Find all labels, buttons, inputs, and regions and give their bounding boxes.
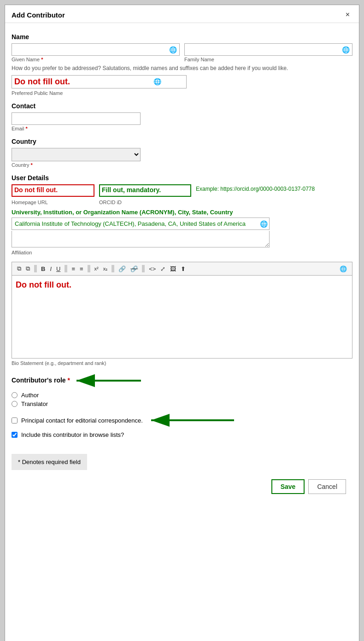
toolbar-upload-icon[interactable]: ⬆ <box>179 265 187 273</box>
homepage-input[interactable] <box>12 184 94 197</box>
toolbar-sep-5 <box>142 265 145 272</box>
orcid-label: ORCID iD <box>99 200 191 205</box>
preferred-name-row: 🌐 Do not fill out. <box>12 75 352 88</box>
toolbar-ol-icon[interactable]: ≡ <box>78 265 85 273</box>
given-name-required-star: * <box>41 57 43 62</box>
preferred-name-label: Preferred Public Name <box>12 90 352 96</box>
bio-do-not-fill: Do not fill out. <box>16 280 71 289</box>
toolbar-copy-icon[interactable]: ⧉ <box>16 265 23 273</box>
user-details-row: Do not fill out. Fill out, mandatory. Ex… <box>12 184 352 197</box>
orcid-field: Fill out, mandatory. <box>99 184 191 197</box>
role-translator-row: Translator <box>12 400 352 407</box>
include-browse-row: Include this contributor in browse lists… <box>12 431 352 438</box>
name-helper-text: How do you prefer to be addressed? Salut… <box>12 65 352 71</box>
given-name-globe-icon: 🌐 <box>169 46 177 53</box>
role-translator-label: Translator <box>21 400 48 407</box>
principal-contact-row: Principal contact for editorial correspo… <box>12 412 352 429</box>
orcid-example-text: Example: https://orcid.org/0000-0003-013… <box>196 184 352 194</box>
affiliation-instruction: University, Institution, or Organization… <box>12 209 352 216</box>
toolbar-sep-3 <box>88 265 90 272</box>
close-button[interactable]: × <box>343 10 352 20</box>
country-label: Country * <box>12 162 352 168</box>
country-select[interactable]: United States Canada United Kingdom Aust… <box>12 148 141 161</box>
toolbar-paste-icon[interactable]: ⧉ <box>24 265 31 273</box>
affiliation-textarea[interactable] <box>12 231 270 247</box>
affiliation-label: Affiliation <box>12 250 352 255</box>
include-browse-label: Include this contributor in browse lists… <box>21 431 124 438</box>
given-name-field: 🌐 Given Name * <box>12 43 180 62</box>
given-name-input[interactable] <box>12 43 180 56</box>
affiliation-input[interactable] <box>12 218 270 230</box>
contact-section: Contact Email * <box>12 102 352 131</box>
toolbar-sep-1 <box>34 265 37 272</box>
modal-title: Add Contributor <box>12 11 65 19</box>
role-required-star: * <box>68 376 70 384</box>
contact-section-label: Contact <box>12 102 352 110</box>
toolbar-subscript-icon[interactable]: x₂ <box>102 265 109 272</box>
modal-header: Add Contributor × <box>5 5 359 23</box>
country-section: Country United States Canada United King… <box>12 138 352 168</box>
toolbar-image-icon[interactable]: 🖼 <box>169 265 177 273</box>
user-details-labels-row: Homepage URL ORCID iD <box>12 199 352 205</box>
required-note: * Denotes required field <box>12 454 87 470</box>
include-browse-checkbox[interactable] <box>12 432 18 438</box>
toolbar-bold-icon[interactable]: B <box>40 265 47 273</box>
toolbar-fullscreen-icon[interactable]: ⤢ <box>159 265 167 273</box>
required-note-wrapper: * Denotes required field <box>12 447 352 475</box>
user-details-section: User Details Do not fill out. Fill out, … <box>12 174 352 255</box>
user-details-label: User Details <box>12 174 352 182</box>
bio-label: Bio Statement (e.g., department and rank… <box>12 360 352 366</box>
role-author-label: Author <box>21 392 39 399</box>
principal-contact-arrow-icon <box>147 412 239 429</box>
checkboxes-section: Principal contact for editorial correspo… <box>12 412 352 438</box>
family-name-field: 🌐 Family Name <box>184 43 352 62</box>
given-name-label: Given Name * <box>12 57 180 62</box>
cancel-button[interactable]: Cancel <box>308 479 346 494</box>
principal-contact-label: Principal contact for editorial correspo… <box>21 417 143 424</box>
homepage-label: Homepage URL <box>12 200 94 205</box>
country-required-star: * <box>31 162 33 168</box>
country-section-label: Country <box>12 138 352 145</box>
bio-content-area[interactable]: Do not fill out. <box>12 276 352 359</box>
role-arrow-icon <box>72 372 146 389</box>
save-button[interactable]: Save <box>271 479 305 494</box>
bio-editor: ⧉ ⧉ B I U ≡ ≡ x² x₂ 🔗 🔗 <> <box>12 262 352 366</box>
toolbar-sep-4 <box>112 265 114 272</box>
add-contributor-modal: Add Contributor × Name 🌐 Given Name * 🌐 <box>5 5 359 641</box>
name-section-label: Name <box>12 33 352 41</box>
toolbar-superscript-icon[interactable]: x² <box>93 265 100 272</box>
role-section-label: Contributor's role * <box>12 372 352 389</box>
email-label: Email * <box>12 126 352 131</box>
toolbar-ul-icon[interactable]: ≡ <box>70 265 76 273</box>
homepage-field: Do not fill out. <box>12 184 94 197</box>
footer-buttons: Save Cancel <box>12 475 352 499</box>
toolbar-italic-icon[interactable]: I <box>48 265 53 273</box>
principal-contact-checkbox[interactable] <box>12 418 18 423</box>
family-name-label: Family Name <box>184 57 352 62</box>
given-name-input-wrapper: 🌐 <box>12 43 180 56</box>
name-row: 🌐 Given Name * 🌐 Family Name <box>12 43 352 62</box>
preferred-name-globe-icon: 🌐 <box>153 78 161 85</box>
bio-section: ⧉ ⧉ B I U ≡ ≡ x² x₂ 🔗 🔗 <> <box>12 262 352 366</box>
email-required-star: * <box>26 126 28 131</box>
modal-body: Name 🌐 Given Name * 🌐 Family Name <box>5 23 359 508</box>
toolbar-underline-icon[interactable]: U <box>55 265 62 273</box>
bio-toolbar: ⧉ ⧉ B I U ≡ ≡ x² x₂ 🔗 🔗 <> <box>12 262 352 276</box>
toolbar-link-icon[interactable]: 🔗 <box>117 265 127 273</box>
role-author-row: Author <box>12 392 352 399</box>
toolbar-unlink-icon[interactable]: 🔗 <box>129 265 139 273</box>
toolbar-code-icon[interactable]: <> <box>147 265 157 273</box>
toolbar-sep-2 <box>65 265 67 272</box>
role-translator-radio[interactable] <box>12 401 18 407</box>
affiliation-input-row: 🌐 <box>12 218 352 230</box>
role-author-radio[interactable] <box>12 392 18 398</box>
role-section: Contributor's role * Author <box>12 372 352 407</box>
family-name-globe-icon: 🌐 <box>342 46 350 53</box>
affiliation-globe-icon: 🌐 <box>260 220 268 228</box>
toolbar-globe-icon: 🌐 <box>338 265 348 273</box>
email-input[interactable] <box>12 112 141 125</box>
orcid-input[interactable] <box>99 184 191 197</box>
family-name-input-wrapper: 🌐 <box>184 43 352 56</box>
family-name-input[interactable] <box>184 43 352 56</box>
